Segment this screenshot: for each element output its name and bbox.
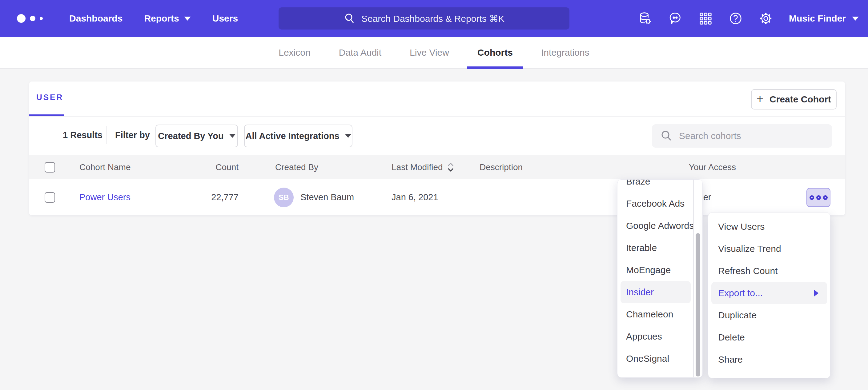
chevron-down-icon <box>345 134 351 138</box>
menu-item-export-to[interactable]: Export to... <box>711 282 827 304</box>
cohorts-card: USER + Create Cohort 1 Results Filter by… <box>29 82 845 215</box>
col-created-by[interactable]: Created By <box>275 155 318 179</box>
chevron-down-icon <box>229 134 236 138</box>
menu-item-visualize-trend[interactable]: Visualize Trend <box>708 238 830 260</box>
col-description[interactable]: Description <box>479 155 523 179</box>
global-search-placeholder: Search Dashboards & Reports ⌘K <box>361 13 504 24</box>
menu-item-onesignal[interactable]: OneSignal <box>617 348 694 370</box>
tab-cohorts[interactable]: Cohorts <box>467 37 523 69</box>
menu-item-iterable[interactable]: Iterable <box>617 237 694 259</box>
created-by-cell: SB Steven Baum <box>274 179 354 215</box>
help-icon[interactable] <box>728 11 743 26</box>
menu-item-duplicate[interactable]: Duplicate <box>708 304 830 326</box>
col-last-modified[interactable]: Last Modified <box>392 155 454 179</box>
scrollbar-track[interactable] <box>693 180 703 378</box>
tab-live-view[interactable]: Live View <box>399 37 460 69</box>
tab-data-audit[interactable]: Data Audit <box>329 37 392 69</box>
menu-item-facebook-ads[interactable]: Facebook Ads <box>617 193 694 215</box>
cohort-search-input[interactable] <box>679 131 814 141</box>
create-cohort-button[interactable]: + Create Cohort <box>751 89 837 109</box>
scrollbar-thumb[interactable] <box>695 233 700 377</box>
menu-item-chameleon[interactable]: Chameleon <box>617 303 694 325</box>
data-management-icon[interactable] <box>638 11 652 26</box>
nav-users[interactable]: Users <box>212 13 238 24</box>
nav-reports[interactable]: Reports <box>144 13 190 24</box>
tab-lexicon[interactable]: Lexicon <box>268 37 321 69</box>
creator-name: Steven Baum <box>301 192 354 202</box>
settings-gear-icon[interactable] <box>759 11 773 26</box>
last-modified-cell: Jan 6, 2021 <box>392 179 438 215</box>
top-nav: Dashboards Reports Users <box>69 13 238 24</box>
submenu-arrow-icon <box>814 290 818 296</box>
table-row[interactable]: Power Users 22,777 SB Steven Baum Jan 6,… <box>29 179 845 215</box>
project-switcher[interactable]: Music Finder <box>789 13 859 24</box>
tab-integrations[interactable]: Integrations <box>531 37 600 69</box>
global-search-bar[interactable]: Search Dashboards & Reports ⌘K <box>279 7 569 30</box>
row-actions-menu: View Users Visualize Trend Refresh Count… <box>708 212 831 378</box>
apps-grid-icon[interactable] <box>699 11 713 26</box>
row-actions-button[interactable] <box>806 188 831 207</box>
filter-row: 1 Results Filter by Created By You All A… <box>29 117 845 155</box>
menu-item-moengage[interactable]: MoEngage <box>617 259 694 281</box>
project-name: Music Finder <box>789 13 846 24</box>
col-count[interactable]: Count <box>197 155 239 179</box>
menu-item-appcues[interactable]: Appcues <box>617 325 694 348</box>
user-type-tab[interactable]: USER <box>36 93 63 102</box>
cohort-search-field[interactable] <box>652 124 832 148</box>
nav-dashboards[interactable]: Dashboards <box>69 13 123 24</box>
table-header: Cohort Name Count Created By Last Modifi… <box>29 155 845 179</box>
col-your-access[interactable]: Your Access <box>689 155 736 179</box>
menu-item-google-adwords[interactable]: Google Adwords <box>617 215 694 237</box>
search-icon <box>660 129 673 142</box>
divider <box>106 126 106 144</box>
search-icon <box>343 12 356 25</box>
feedback-icon[interactable] <box>668 11 682 26</box>
menu-item-delete[interactable]: Delete <box>708 326 830 349</box>
menu-item-share[interactable]: Share <box>708 349 830 370</box>
top-navigation-bar: Dashboards Reports Users Search Dashboar… <box>0 0 868 37</box>
chevron-down-icon <box>184 17 191 21</box>
menu-item-braze[interactable]: Braze <box>617 179 694 193</box>
plus-icon: + <box>756 93 763 105</box>
mixpanel-logo-icon[interactable] <box>17 14 63 23</box>
menu-item-refresh-count[interactable]: Refresh Count <box>708 260 830 282</box>
filter-by-label: Filter by <box>115 130 150 140</box>
menu-item-insider[interactable]: Insider <box>621 281 691 303</box>
created-by-filter-dropdown[interactable]: Created By You <box>155 125 238 147</box>
chevron-down-icon <box>852 17 859 21</box>
col-cohort-name[interactable]: Cohort Name <box>80 155 131 179</box>
cohort-count: 22,777 <box>197 179 239 215</box>
sort-icon <box>447 162 454 172</box>
data-management-tabbar: Lexicon Data Audit Live View Cohorts Int… <box>0 37 868 69</box>
dots-icon <box>809 195 814 200</box>
export-targets-menu: Braze Facebook Ads Google Adwords Iterab… <box>617 179 703 378</box>
select-all-checkbox[interactable] <box>44 155 55 179</box>
row-checkbox[interactable] <box>44 179 55 215</box>
results-count: 1 Results <box>63 130 102 140</box>
avatar: SB <box>274 188 293 207</box>
menu-item-view-users[interactable]: View Users <box>708 216 830 238</box>
cohort-name-link[interactable]: Power Users <box>80 179 130 215</box>
topbar-right-cluster: Music Finder <box>638 0 859 37</box>
integrations-filter-dropdown[interactable]: All Active Integrations <box>244 125 352 147</box>
